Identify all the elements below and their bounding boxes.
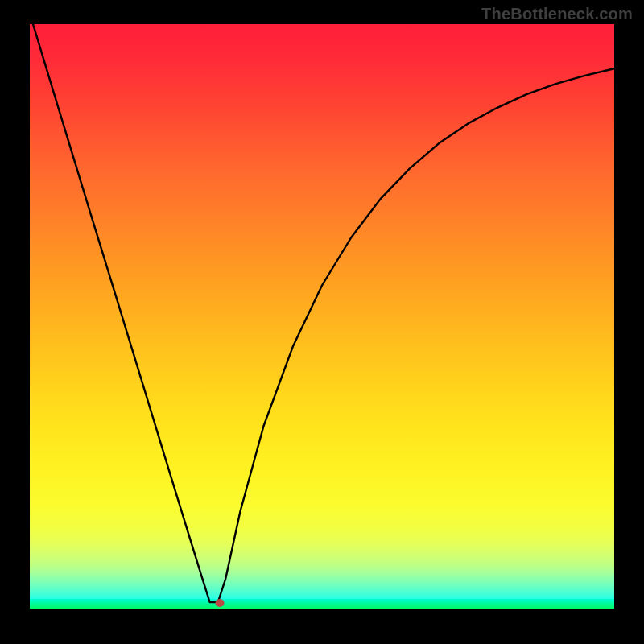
watermark-text: TheBottleneck.com (481, 5, 633, 23)
plot-area (30, 24, 614, 609)
minimum-marker (215, 599, 224, 607)
chart-frame: TheBottleneck.com (0, 0, 644, 644)
bottleneck-curve (30, 24, 614, 609)
